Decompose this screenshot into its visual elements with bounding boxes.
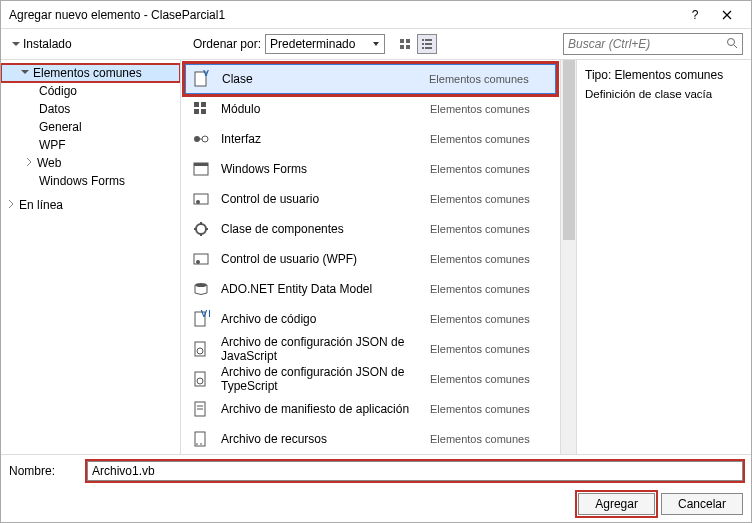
- svg-rect-8: [422, 47, 424, 49]
- template-icon: [191, 279, 211, 299]
- template-category: Elementos comunes: [430, 313, 550, 325]
- scrollbar-thumb[interactable]: [563, 60, 575, 240]
- search-input[interactable]: [568, 37, 718, 51]
- template-icon: VB: [192, 69, 212, 89]
- template-item[interactable]: VBArchivo de códigoElementos comunes: [185, 304, 556, 334]
- tree-item-common[interactable]: Elementos comunes: [1, 64, 180, 82]
- template-item[interactable]: InterfazElementos comunes: [185, 124, 556, 154]
- template-category: Elementos comunes: [430, 343, 550, 355]
- button-bar: Agregar Cancelar: [1, 486, 751, 522]
- cancel-button[interactable]: Cancelar: [661, 493, 743, 515]
- template-icon: [191, 219, 211, 239]
- template-item[interactable]: Clase de componentesElementos comunes: [185, 214, 556, 244]
- help-button[interactable]: ?: [679, 5, 711, 25]
- svg-rect-0: [400, 39, 404, 43]
- expand-arrow-icon: [19, 66, 31, 80]
- template-category: Elementos comunes: [430, 193, 550, 205]
- name-label: Nombre:: [9, 464, 79, 478]
- template-category: Elementos comunes: [430, 433, 550, 445]
- collapse-installed-icon[interactable]: [9, 37, 23, 51]
- name-bar: Nombre:: [1, 454, 751, 486]
- view-list-button[interactable]: [417, 34, 437, 54]
- content-area: Elementos comunes Código Datos General W…: [1, 59, 751, 454]
- tree-label: Windows Forms: [37, 174, 125, 188]
- template-item[interactable]: VBClaseElementos comunes: [185, 64, 556, 94]
- tree-item-codigo[interactable]: Código: [1, 82, 180, 100]
- tree-item-general[interactable]: General: [1, 118, 180, 136]
- template-category: Elementos comunes: [430, 403, 550, 415]
- svg-rect-5: [425, 39, 432, 41]
- template-icon: [191, 369, 211, 389]
- template-name: Archivo de recursos: [221, 432, 420, 446]
- template-item[interactable]: Archivo de manifiesto de aplicaciónEleme…: [185, 394, 556, 424]
- tree-label: Código: [37, 84, 77, 98]
- template-icon: [191, 339, 211, 359]
- svg-point-22: [196, 200, 200, 204]
- list-icon: [421, 38, 433, 50]
- template-icon: [191, 99, 211, 119]
- svg-point-17: [194, 136, 200, 142]
- template-item[interactable]: Control de usuarioElementos comunes: [185, 184, 556, 214]
- template-item[interactable]: Control de usuario (WPF)Elementos comune…: [185, 244, 556, 274]
- titlebar: Agregar nuevo elemento - ClaseParcial1 ?: [1, 1, 751, 29]
- template-category: Elementos comunes: [430, 373, 550, 385]
- chevron-down-icon: [372, 37, 380, 51]
- svg-rect-7: [425, 43, 432, 45]
- svg-point-23: [196, 224, 206, 234]
- tree-item-web[interactable]: Web: [1, 154, 180, 172]
- template-item[interactable]: Archivo de configuración JSON de JavaScr…: [185, 334, 556, 364]
- template-category: Elementos comunes: [430, 253, 550, 265]
- expand-arrow-icon: [5, 198, 17, 212]
- template-list-panel: VBClaseElementos comunesMóduloElementos …: [181, 60, 576, 454]
- add-button[interactable]: Agregar: [578, 493, 655, 515]
- template-name: Clase: [222, 72, 419, 86]
- template-name: Archivo de manifiesto de aplicación: [221, 402, 420, 416]
- template-name: Archivo de configuración JSON de TypeScr…: [221, 365, 420, 393]
- type-value: Elementos comunes: [614, 68, 723, 82]
- template-item[interactable]: Windows FormsElementos comunes: [185, 154, 556, 184]
- tree-item-wpf[interactable]: WPF: [1, 136, 180, 154]
- tree-label: WPF: [37, 138, 66, 152]
- svg-rect-13: [194, 102, 199, 107]
- svg-rect-15: [194, 109, 199, 114]
- template-item[interactable]: Archivo de configuración JSON de TypeScr…: [185, 364, 556, 394]
- view-large-icons-button[interactable]: [395, 34, 415, 54]
- template-list: VBClaseElementos comunesMóduloElementos …: [181, 60, 560, 454]
- close-icon: [722, 10, 732, 20]
- svg-rect-2: [400, 45, 404, 49]
- details-panel: Tipo: Elementos comunes Definición de cl…: [576, 60, 751, 454]
- template-item[interactable]: ADO.NET Entity Data ModelElementos comun…: [185, 274, 556, 304]
- tree-item-datos[interactable]: Datos: [1, 100, 180, 118]
- cancel-label: Cancelar: [678, 497, 726, 511]
- template-name: Control de usuario: [221, 192, 420, 206]
- close-button[interactable]: [711, 5, 743, 25]
- toolbar: Instalado Ordenar por: Predeterminado: [1, 29, 751, 59]
- template-name: Interfaz: [221, 132, 420, 146]
- svg-rect-6: [422, 43, 424, 45]
- tree-item-online[interactable]: En línea: [1, 196, 180, 214]
- template-name: Archivo de código: [221, 312, 420, 326]
- search-box[interactable]: [563, 33, 743, 55]
- scrollbar[interactable]: [560, 60, 576, 454]
- template-category: Elementos comunes: [430, 103, 550, 115]
- svg-rect-9: [425, 47, 432, 49]
- template-item[interactable]: Archivo de recursosElementos comunes: [185, 424, 556, 454]
- tree-item-winforms[interactable]: Windows Forms: [1, 172, 180, 190]
- template-name: Windows Forms: [221, 162, 420, 176]
- svg-point-26: [195, 283, 207, 287]
- template-item[interactable]: MóduloElementos comunes: [185, 94, 556, 124]
- svg-rect-20: [194, 163, 208, 166]
- svg-rect-1: [406, 39, 410, 43]
- svg-rect-16: [201, 109, 206, 114]
- template-name: Clase de componentes: [221, 222, 420, 236]
- installed-header[interactable]: Instalado: [23, 37, 72, 51]
- type-line: Tipo: Elementos comunes: [585, 68, 743, 82]
- grid-large-icon: [399, 38, 411, 50]
- svg-rect-14: [201, 102, 206, 107]
- category-tree: Elementos comunes Código Datos General W…: [1, 60, 181, 454]
- filename-input[interactable]: [87, 461, 743, 481]
- sort-dropdown[interactable]: Predeterminado: [265, 34, 385, 54]
- template-category: Elementos comunes: [430, 283, 550, 295]
- svg-rect-4: [422, 39, 424, 41]
- template-icon: [191, 189, 211, 209]
